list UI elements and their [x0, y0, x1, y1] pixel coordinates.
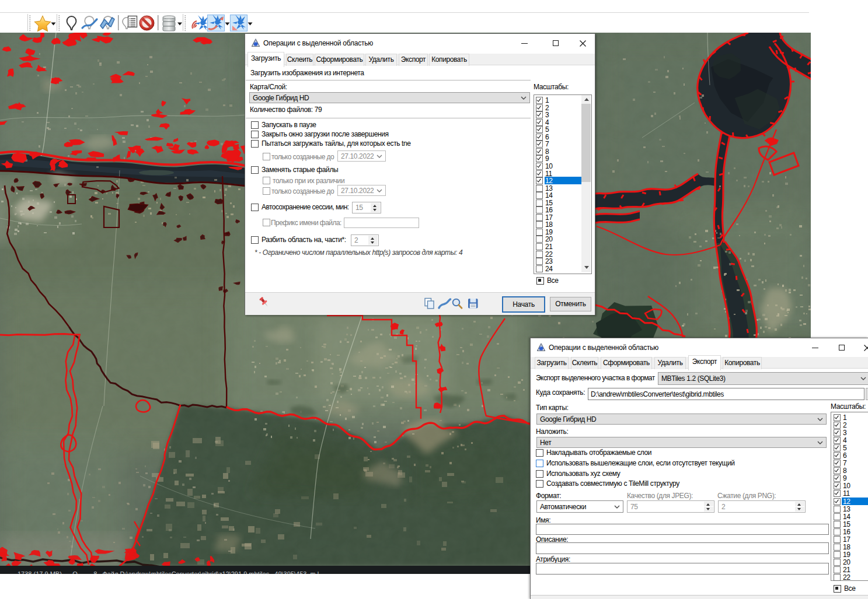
svg-text:1738 (17.9 MB) O: 1738 (17.9 MB) O 8 Файл D:\andrew\mbtile…	[18, 570, 319, 575]
